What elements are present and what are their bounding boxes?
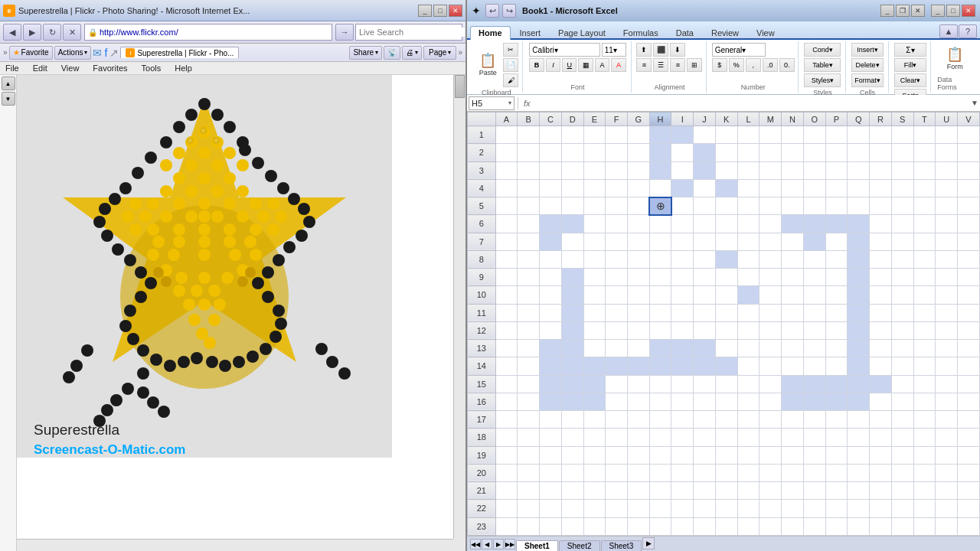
cell-P7[interactable] [825, 233, 848, 250]
cell-M5[interactable] [760, 197, 782, 215]
cell-N11[interactable] [782, 304, 804, 321]
cell-P5[interactable] [825, 197, 848, 215]
row-header-3[interactable]: 3 [468, 161, 496, 179]
cell-D16[interactable] [561, 393, 583, 410]
cell-S22[interactable] [891, 500, 913, 517]
cell-O23[interactable] [803, 517, 825, 536]
excel-restore-button[interactable]: ❐ [896, 5, 910, 17]
cell-U1[interactable] [936, 126, 958, 144]
cell-L15[interactable] [737, 375, 760, 393]
number-format-dropdown[interactable]: General ▾ [712, 43, 766, 57]
cell-M16[interactable] [760, 393, 782, 410]
cell-M22[interactable] [760, 500, 782, 517]
sheet-prev-button[interactable]: ◀ [482, 539, 492, 549]
cell-L13[interactable] [737, 340, 760, 357]
cell-N9[interactable] [782, 269, 804, 286]
sidebar-down-btn[interactable]: ▼ [2, 92, 15, 106]
cell-R23[interactable] [870, 517, 892, 536]
cell-O8[interactable] [803, 250, 825, 268]
cell-Q10[interactable] [848, 286, 870, 304]
col-header-t[interactable]: T [913, 112, 936, 126]
cell-C10[interactable] [540, 286, 562, 304]
cell-E17[interactable] [583, 411, 606, 429]
cell-M11[interactable] [760, 304, 782, 321]
cell-Q23[interactable] [848, 517, 870, 536]
cell-A10[interactable] [495, 286, 518, 304]
cell-L22[interactable] [737, 500, 760, 517]
cell-F20[interactable] [606, 464, 628, 481]
cell-B20[interactable] [518, 464, 540, 481]
cell-C8[interactable] [540, 250, 562, 268]
col-header-v[interactable]: V [958, 112, 980, 126]
cell-M4[interactable] [760, 179, 782, 197]
col-header-g[interactable]: G [627, 112, 649, 126]
cell-U6[interactable] [936, 215, 958, 233]
cell-C7[interactable] [540, 233, 562, 250]
cell-J7[interactable] [694, 233, 716, 250]
cell-A15[interactable] [495, 375, 518, 393]
cell-O15[interactable] [803, 375, 825, 393]
cell-N8[interactable] [782, 250, 804, 268]
cell-S14[interactable] [891, 357, 913, 375]
cell-S1[interactable] [891, 126, 913, 144]
stop-button[interactable]: ✕ [63, 24, 81, 41]
row-header-11[interactable]: 11 [468, 304, 496, 321]
cell-H6[interactable] [649, 215, 671, 233]
cell-M7[interactable] [760, 233, 782, 250]
cell-R4[interactable] [870, 179, 892, 197]
cell-V9[interactable] [958, 269, 980, 286]
cell-L6[interactable] [737, 215, 760, 233]
cell-F13[interactable] [606, 340, 628, 357]
cell-T23[interactable] [913, 517, 936, 536]
cell-U11[interactable] [936, 304, 958, 321]
cell-A4[interactable] [495, 179, 518, 197]
cell-U2[interactable] [936, 144, 958, 161]
cell-I1[interactable] [671, 126, 694, 144]
cell-Q2[interactable] [848, 144, 870, 161]
cell-F21[interactable] [606, 482, 628, 500]
row-header-18[interactable]: 18 [468, 429, 496, 446]
cell-U3[interactable] [936, 161, 958, 179]
align-top-button[interactable]: ⬆ [636, 43, 652, 57]
cell-R18[interactable] [870, 429, 892, 446]
cell-L5[interactable] [737, 197, 760, 215]
cell-J21[interactable] [694, 482, 716, 500]
cell-V15[interactable] [958, 375, 980, 393]
cell-S13[interactable] [891, 340, 913, 357]
cell-A16[interactable] [495, 393, 518, 410]
cell-L18[interactable] [737, 429, 760, 446]
cell-E10[interactable] [583, 286, 606, 304]
cell-V18[interactable] [958, 429, 980, 446]
cell-C9[interactable] [540, 269, 562, 286]
cell-N10[interactable] [782, 286, 804, 304]
cell-B3[interactable] [518, 161, 540, 179]
cell-N21[interactable] [782, 482, 804, 500]
cell-K23[interactable] [715, 517, 737, 536]
cell-I18[interactable] [671, 429, 694, 446]
tab-data[interactable]: Data [668, 26, 702, 38]
cell-T4[interactable] [913, 179, 936, 197]
cell-D11[interactable] [561, 304, 583, 321]
cell-B8[interactable] [518, 250, 540, 268]
cell-I5[interactable] [671, 197, 694, 215]
cell-M21[interactable] [760, 482, 782, 500]
cell-H19[interactable] [649, 446, 671, 464]
cell-D6[interactable] [561, 215, 583, 233]
cell-S6[interactable] [891, 215, 913, 233]
cell-L2[interactable] [737, 144, 760, 161]
col-header-l[interactable]: L [737, 112, 760, 126]
cell-L4[interactable] [737, 179, 760, 197]
cell-B22[interactable] [518, 500, 540, 517]
cell-I19[interactable] [671, 446, 694, 464]
cell-L21[interactable] [737, 482, 760, 500]
cell-K15[interactable] [715, 375, 737, 393]
cell-L1[interactable] [737, 126, 760, 144]
cell-T2[interactable] [913, 144, 936, 161]
cell-H18[interactable] [649, 429, 671, 446]
cell-I16[interactable] [671, 393, 694, 410]
cell-P13[interactable] [825, 340, 848, 357]
cell-R10[interactable] [870, 286, 892, 304]
cell-K2[interactable] [715, 144, 737, 161]
cell-P17[interactable] [825, 411, 848, 429]
cell-A14[interactable] [495, 357, 518, 375]
